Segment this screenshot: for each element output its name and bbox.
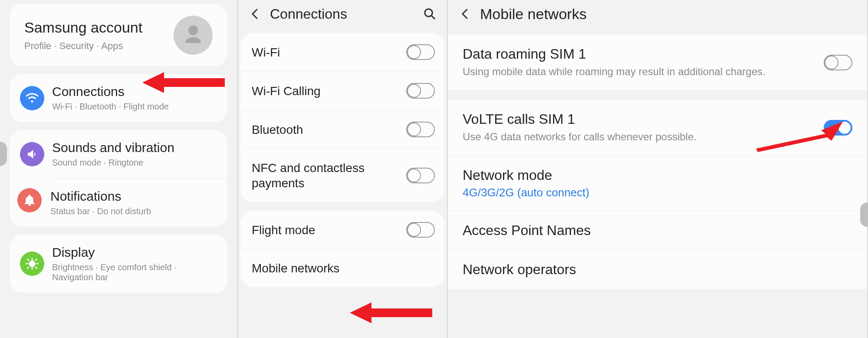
mobile-networks-header: Mobile networks	[448, 0, 867, 35]
row-title: Data roaming SIM 1	[463, 46, 815, 62]
wifi-calling-toggle[interactable]	[406, 83, 435, 99]
flight-mode-toggle[interactable]	[406, 222, 435, 238]
svg-marker-2	[350, 302, 432, 323]
row-title: Network mode	[463, 167, 844, 183]
setting-row-network-mode[interactable]: Network mode 4G/3G/2G (auto connect)	[448, 156, 867, 211]
row-label: Flight mode	[252, 222, 320, 238]
settings-row-text: Display Brightness · Eye comfort shield …	[52, 245, 217, 282]
data-roaming-toggle[interactable]	[824, 55, 852, 70]
samsung-account-title: Samsung account	[24, 19, 142, 36]
settings-group-connections: Connections Wi-Fi · Bluetooth · Flight m…	[10, 74, 227, 122]
back-button[interactable]	[245, 3, 266, 24]
wifi-toggle[interactable]	[406, 44, 435, 60]
row-sub: Use 4G data networks for calls whenever …	[463, 130, 815, 144]
volte-toggle[interactable]	[824, 120, 852, 136]
row-title: Sounds and vibration	[52, 140, 174, 155]
row-title: Connections	[52, 84, 169, 99]
section-gap	[448, 90, 867, 100]
mobile-networks-list: Data roaming SIM 1 Using mobile data whi…	[448, 35, 867, 90]
setting-row-network-operators[interactable]: Network operators	[448, 250, 867, 289]
row-text: VoLTE calls SIM 1 Use 4G data networks f…	[463, 111, 824, 144]
edge-handle	[860, 202, 868, 227]
setting-row-volte[interactable]: VoLTE calls SIM 1 Use 4G data networks f…	[448, 100, 867, 156]
setting-row-flight-mode[interactable]: Flight mode	[240, 211, 444, 249]
row-title: Access Point Names	[463, 222, 844, 239]
setting-row-data-roaming[interactable]: Data roaming SIM 1 Using mobile data whi…	[448, 35, 867, 90]
edge-handle	[0, 142, 7, 166]
row-title: Display	[52, 245, 217, 260]
settings-main-panel: Samsung account Profile · Security · App…	[0, 0, 238, 338]
row-title: Network operators	[463, 262, 844, 278]
mobile-networks-panel: Mobile networks Data roaming SIM 1 Using…	[448, 0, 868, 338]
settings-group-display: Display Brightness · Eye comfort shield …	[10, 235, 227, 293]
notification-icon	[17, 188, 42, 212]
row-sub: Wi-Fi · Bluetooth · Flight mode	[52, 102, 169, 112]
setting-row-mobile-networks[interactable]: Mobile networks	[240, 249, 444, 287]
row-sub: Sound mode · Ringtone	[52, 158, 174, 168]
svg-point-1	[425, 9, 433, 17]
settings-row-text: Notifications Status bar · Do not distur…	[50, 189, 151, 216]
row-value: 4G/3G/2G (auto connect)	[463, 186, 844, 199]
connections-panel: Connections Wi-Fi Wi-Fi Calling Bluetoot…	[238, 0, 448, 338]
row-label: Wi-Fi	[252, 45, 285, 60]
settings-row-display[interactable]: Display Brightness · Eye comfort shield …	[10, 235, 227, 293]
setting-row-nfc[interactable]: NFC and contactless payments	[240, 149, 444, 202]
sound-icon	[20, 142, 44, 166]
back-button[interactable]	[455, 3, 476, 24]
bluetooth-toggle[interactable]	[406, 122, 435, 137]
setting-row-apn[interactable]: Access Point Names	[448, 211, 867, 250]
samsung-account-text: Samsung account Profile · Security · App…	[24, 19, 142, 52]
settings-row-text: Connections Wi-Fi · Bluetooth · Flight m…	[52, 84, 169, 112]
row-text: Access Point Names	[463, 222, 852, 239]
row-title: VoLTE calls SIM 1	[463, 111, 815, 127]
row-label: Bluetooth	[252, 122, 308, 137]
row-label: Wi-Fi Calling	[252, 83, 326, 99]
connections-group-2: Flight mode Mobile networks	[240, 211, 444, 287]
row-title: Notifications	[50, 189, 151, 204]
samsung-account-card[interactable]: Samsung account Profile · Security · App…	[10, 3, 227, 66]
settings-row-sounds[interactable]: Sounds and vibration Sound mode · Ringto…	[10, 130, 227, 178]
row-sub: Status bar · Do not disturb	[50, 206, 151, 216]
settings-row-notifications[interactable]: Notifications Status bar · Do not distur…	[50, 178, 227, 227]
nfc-toggle[interactable]	[406, 168, 435, 183]
annotation-arrow-icon	[350, 300, 432, 326]
row-text: Network operators	[463, 262, 852, 278]
search-button[interactable]	[419, 3, 440, 24]
row-text: Network mode 4G/3G/2G (auto connect)	[463, 167, 852, 199]
mobile-networks-title: Mobile networks	[480, 6, 856, 23]
connections-group-1: Wi-Fi Wi-Fi Calling Bluetooth NFC and co…	[240, 33, 444, 202]
connections-title: Connections	[270, 6, 419, 22]
settings-row-text: Sounds and vibration Sound mode · Ringto…	[52, 140, 174, 168]
mobile-networks-list-2: VoLTE calls SIM 1 Use 4G data networks f…	[448, 100, 867, 288]
row-sub: Using mobile data while roaming may resu…	[463, 65, 815, 79]
settings-group-sound-notif: Sounds and vibration Sound mode · Ringto…	[10, 130, 227, 227]
wifi-icon	[20, 86, 44, 110]
row-text: Data roaming SIM 1 Using mobile data whi…	[463, 46, 824, 79]
setting-row-bluetooth[interactable]: Bluetooth	[240, 110, 444, 149]
row-label: NFC and contactless payments	[252, 160, 406, 191]
row-sub: Brightness · Eye comfort shield · Naviga…	[52, 262, 217, 282]
setting-row-wifi[interactable]: Wi-Fi	[240, 33, 444, 72]
display-icon	[20, 252, 44, 276]
avatar-icon[interactable]	[174, 16, 213, 55]
connections-header: Connections	[238, 0, 447, 33]
row-label: Mobile networks	[252, 261, 345, 276]
samsung-account-sub: Profile · Security · Apps	[24, 40, 142, 52]
settings-row-connections[interactable]: Connections Wi-Fi · Bluetooth · Flight m…	[10, 74, 227, 122]
setting-row-wifi-calling[interactable]: Wi-Fi Calling	[240, 72, 444, 110]
